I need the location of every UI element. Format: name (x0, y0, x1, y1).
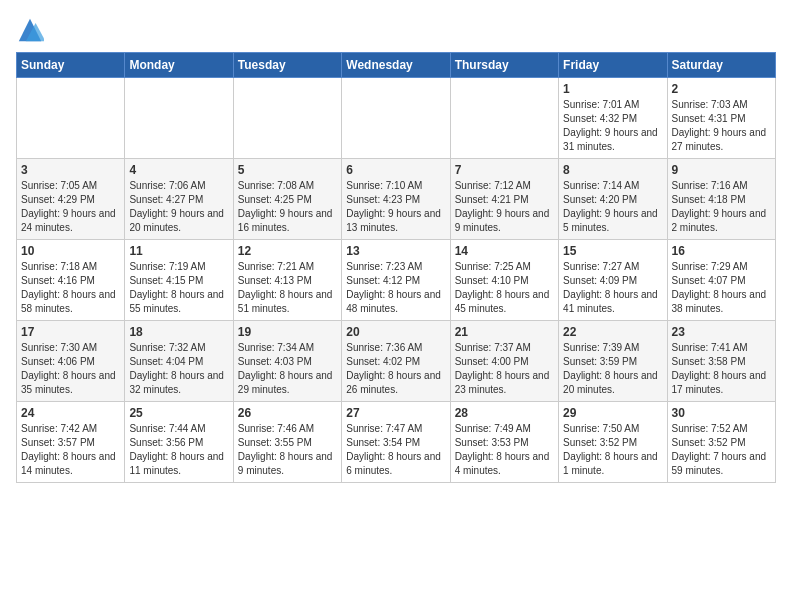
day-info: Sunrise: 7:29 AM Sunset: 4:07 PM Dayligh… (672, 261, 767, 314)
calendar-cell (342, 78, 450, 159)
day-number: 21 (455, 325, 554, 339)
day-header-wednesday: Wednesday (342, 53, 450, 78)
calendar-cell: 5Sunrise: 7:08 AM Sunset: 4:25 PM Daylig… (233, 159, 341, 240)
day-info: Sunrise: 7:06 AM Sunset: 4:27 PM Dayligh… (129, 180, 224, 233)
calendar-cell: 28Sunrise: 7:49 AM Sunset: 3:53 PM Dayli… (450, 402, 558, 483)
day-header-tuesday: Tuesday (233, 53, 341, 78)
calendar-cell: 12Sunrise: 7:21 AM Sunset: 4:13 PM Dayli… (233, 240, 341, 321)
calendar-cell: 6Sunrise: 7:10 AM Sunset: 4:23 PM Daylig… (342, 159, 450, 240)
calendar-cell: 8Sunrise: 7:14 AM Sunset: 4:20 PM Daylig… (559, 159, 667, 240)
calendar-table: SundayMondayTuesdayWednesdayThursdayFrid… (16, 52, 776, 483)
week-row-4: 17Sunrise: 7:30 AM Sunset: 4:06 PM Dayli… (17, 321, 776, 402)
calendar-cell: 9Sunrise: 7:16 AM Sunset: 4:18 PM Daylig… (667, 159, 775, 240)
day-number: 16 (672, 244, 771, 258)
calendar-cell: 14Sunrise: 7:25 AM Sunset: 4:10 PM Dayli… (450, 240, 558, 321)
header (16, 16, 776, 44)
calendar-cell: 26Sunrise: 7:46 AM Sunset: 3:55 PM Dayli… (233, 402, 341, 483)
day-number: 22 (563, 325, 662, 339)
calendar-cell: 13Sunrise: 7:23 AM Sunset: 4:12 PM Dayli… (342, 240, 450, 321)
day-number: 25 (129, 406, 228, 420)
calendar-cell: 15Sunrise: 7:27 AM Sunset: 4:09 PM Dayli… (559, 240, 667, 321)
day-number: 3 (21, 163, 120, 177)
calendar-cell: 10Sunrise: 7:18 AM Sunset: 4:16 PM Dayli… (17, 240, 125, 321)
calendar-cell (17, 78, 125, 159)
calendar-cell (125, 78, 233, 159)
day-number: 30 (672, 406, 771, 420)
calendar-cell: 30Sunrise: 7:52 AM Sunset: 3:52 PM Dayli… (667, 402, 775, 483)
day-number: 28 (455, 406, 554, 420)
calendar-cell: 25Sunrise: 7:44 AM Sunset: 3:56 PM Dayli… (125, 402, 233, 483)
day-number: 18 (129, 325, 228, 339)
logo (16, 16, 48, 44)
day-info: Sunrise: 7:39 AM Sunset: 3:59 PM Dayligh… (563, 342, 658, 395)
day-number: 17 (21, 325, 120, 339)
calendar-cell: 29Sunrise: 7:50 AM Sunset: 3:52 PM Dayli… (559, 402, 667, 483)
logo-icon (16, 16, 44, 44)
day-number: 19 (238, 325, 337, 339)
day-number: 7 (455, 163, 554, 177)
day-header-monday: Monday (125, 53, 233, 78)
day-info: Sunrise: 7:19 AM Sunset: 4:15 PM Dayligh… (129, 261, 224, 314)
day-number: 1 (563, 82, 662, 96)
calendar-cell: 1Sunrise: 7:01 AM Sunset: 4:32 PM Daylig… (559, 78, 667, 159)
day-number: 27 (346, 406, 445, 420)
week-row-1: 1Sunrise: 7:01 AM Sunset: 4:32 PM Daylig… (17, 78, 776, 159)
day-info: Sunrise: 7:08 AM Sunset: 4:25 PM Dayligh… (238, 180, 333, 233)
calendar-cell: 2Sunrise: 7:03 AM Sunset: 4:31 PM Daylig… (667, 78, 775, 159)
calendar-cell: 21Sunrise: 7:37 AM Sunset: 4:00 PM Dayli… (450, 321, 558, 402)
day-number: 20 (346, 325, 445, 339)
day-info: Sunrise: 7:47 AM Sunset: 3:54 PM Dayligh… (346, 423, 441, 476)
day-header-friday: Friday (559, 53, 667, 78)
day-info: Sunrise: 7:25 AM Sunset: 4:10 PM Dayligh… (455, 261, 550, 314)
day-info: Sunrise: 7:18 AM Sunset: 4:16 PM Dayligh… (21, 261, 116, 314)
day-info: Sunrise: 7:32 AM Sunset: 4:04 PM Dayligh… (129, 342, 224, 395)
calendar-cell: 19Sunrise: 7:34 AM Sunset: 4:03 PM Dayli… (233, 321, 341, 402)
day-header-sunday: Sunday (17, 53, 125, 78)
calendar-cell: 23Sunrise: 7:41 AM Sunset: 3:58 PM Dayli… (667, 321, 775, 402)
day-number: 23 (672, 325, 771, 339)
day-number: 9 (672, 163, 771, 177)
week-row-3: 10Sunrise: 7:18 AM Sunset: 4:16 PM Dayli… (17, 240, 776, 321)
day-info: Sunrise: 7:21 AM Sunset: 4:13 PM Dayligh… (238, 261, 333, 314)
day-info: Sunrise: 7:05 AM Sunset: 4:29 PM Dayligh… (21, 180, 116, 233)
calendar-cell: 17Sunrise: 7:30 AM Sunset: 4:06 PM Dayli… (17, 321, 125, 402)
calendar-cell (450, 78, 558, 159)
day-info: Sunrise: 7:14 AM Sunset: 4:20 PM Dayligh… (563, 180, 658, 233)
week-row-5: 24Sunrise: 7:42 AM Sunset: 3:57 PM Dayli… (17, 402, 776, 483)
calendar-cell: 7Sunrise: 7:12 AM Sunset: 4:21 PM Daylig… (450, 159, 558, 240)
day-info: Sunrise: 7:44 AM Sunset: 3:56 PM Dayligh… (129, 423, 224, 476)
day-info: Sunrise: 7:52 AM Sunset: 3:52 PM Dayligh… (672, 423, 767, 476)
day-info: Sunrise: 7:01 AM Sunset: 4:32 PM Dayligh… (563, 99, 658, 152)
day-info: Sunrise: 7:12 AM Sunset: 4:21 PM Dayligh… (455, 180, 550, 233)
day-number: 13 (346, 244, 445, 258)
day-header-saturday: Saturday (667, 53, 775, 78)
day-info: Sunrise: 7:41 AM Sunset: 3:58 PM Dayligh… (672, 342, 767, 395)
calendar-cell: 16Sunrise: 7:29 AM Sunset: 4:07 PM Dayli… (667, 240, 775, 321)
week-row-2: 3Sunrise: 7:05 AM Sunset: 4:29 PM Daylig… (17, 159, 776, 240)
day-info: Sunrise: 7:42 AM Sunset: 3:57 PM Dayligh… (21, 423, 116, 476)
day-number: 8 (563, 163, 662, 177)
calendar-cell: 27Sunrise: 7:47 AM Sunset: 3:54 PM Dayli… (342, 402, 450, 483)
calendar-cell: 11Sunrise: 7:19 AM Sunset: 4:15 PM Dayli… (125, 240, 233, 321)
day-info: Sunrise: 7:03 AM Sunset: 4:31 PM Dayligh… (672, 99, 767, 152)
day-info: Sunrise: 7:36 AM Sunset: 4:02 PM Dayligh… (346, 342, 441, 395)
day-number: 26 (238, 406, 337, 420)
calendar-header: SundayMondayTuesdayWednesdayThursdayFrid… (17, 53, 776, 78)
day-number: 29 (563, 406, 662, 420)
day-info: Sunrise: 7:23 AM Sunset: 4:12 PM Dayligh… (346, 261, 441, 314)
day-info: Sunrise: 7:27 AM Sunset: 4:09 PM Dayligh… (563, 261, 658, 314)
day-info: Sunrise: 7:46 AM Sunset: 3:55 PM Dayligh… (238, 423, 333, 476)
day-header-thursday: Thursday (450, 53, 558, 78)
day-info: Sunrise: 7:34 AM Sunset: 4:03 PM Dayligh… (238, 342, 333, 395)
day-number: 4 (129, 163, 228, 177)
calendar-cell: 4Sunrise: 7:06 AM Sunset: 4:27 PM Daylig… (125, 159, 233, 240)
day-number: 10 (21, 244, 120, 258)
day-info: Sunrise: 7:30 AM Sunset: 4:06 PM Dayligh… (21, 342, 116, 395)
day-info: Sunrise: 7:10 AM Sunset: 4:23 PM Dayligh… (346, 180, 441, 233)
day-info: Sunrise: 7:50 AM Sunset: 3:52 PM Dayligh… (563, 423, 658, 476)
day-number: 15 (563, 244, 662, 258)
day-headers-row: SundayMondayTuesdayWednesdayThursdayFrid… (17, 53, 776, 78)
day-info: Sunrise: 7:16 AM Sunset: 4:18 PM Dayligh… (672, 180, 767, 233)
calendar-cell (233, 78, 341, 159)
day-number: 2 (672, 82, 771, 96)
